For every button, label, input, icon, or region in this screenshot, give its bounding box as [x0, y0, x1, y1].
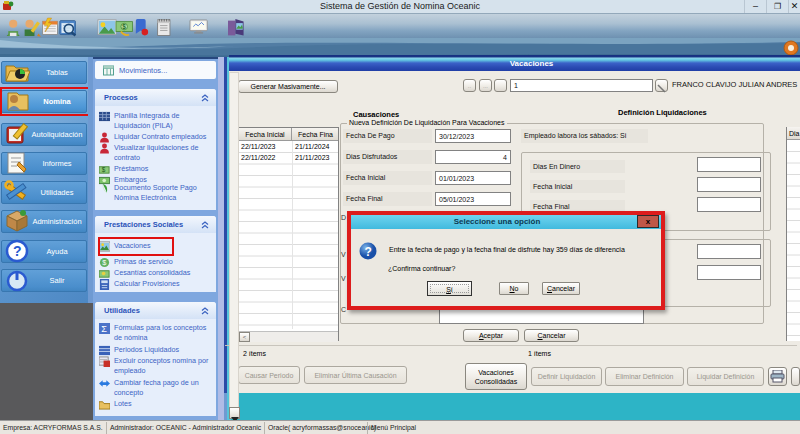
svg-text:Σ: Σ	[101, 324, 107, 334]
svg-text:?: ?	[365, 245, 372, 259]
svg-text:?: ?	[13, 243, 22, 259]
svg-text:$: $	[102, 166, 106, 173]
svg-text:$: $	[122, 23, 126, 31]
svg-text:$: $	[102, 258, 106, 267]
